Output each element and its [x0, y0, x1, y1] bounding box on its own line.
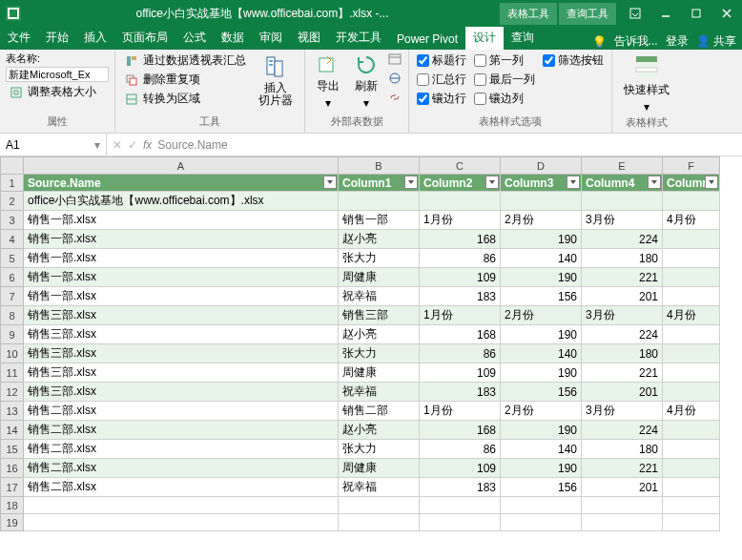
menu-视图[interactable]: 视图	[290, 26, 328, 50]
cell[interactable]	[420, 497, 501, 514]
refresh-button[interactable]: 刷新▾	[349, 52, 383, 112]
cell[interactable]: 140	[501, 440, 582, 459]
cell[interactable]	[582, 497, 663, 514]
row-header[interactable]: 8	[1, 306, 24, 325]
row-header[interactable]: 7	[1, 287, 24, 306]
filter-dropdown-icon[interactable]	[648, 176, 661, 189]
ctx-tab-table-tools[interactable]: 表格工具	[500, 3, 557, 25]
cell[interactable]: 86	[420, 249, 501, 268]
export-button[interactable]: 导出▾	[311, 52, 345, 112]
table-header[interactable]: Column2	[420, 175, 501, 192]
cell[interactable]	[663, 192, 720, 211]
share-button[interactable]: 👤 共享	[696, 33, 736, 50]
cell[interactable]: 168	[420, 325, 501, 344]
cell[interactable]	[24, 497, 339, 514]
row-header[interactable]: 15	[1, 440, 24, 459]
properties-icon[interactable]	[387, 52, 402, 67]
cell[interactable]: 224	[582, 325, 663, 344]
cell[interactable]: 190	[501, 421, 582, 440]
cell[interactable]: 86	[420, 440, 501, 459]
cell[interactable]: 4月份	[663, 306, 720, 325]
cell[interactable]: 1月份	[420, 211, 501, 230]
cell[interactable]	[339, 514, 420, 531]
maximize-button[interactable]	[681, 0, 711, 27]
cb-total-row[interactable]: 汇总行	[415, 71, 468, 89]
row-header[interactable]: 18	[1, 497, 24, 514]
table-header[interactable]: Column4	[582, 175, 663, 192]
cell[interactable]	[663, 383, 720, 402]
cell[interactable]	[501, 192, 582, 211]
menu-设计[interactable]: 设计	[465, 26, 504, 50]
cell[interactable]: 销售三部	[339, 306, 420, 325]
cell[interactable]	[663, 421, 720, 440]
filter-dropdown-icon[interactable]	[404, 176, 418, 189]
cell[interactable]: 周健康	[339, 268, 420, 287]
filter-dropdown-icon[interactable]	[485, 176, 499, 189]
cell[interactable]	[24, 514, 339, 531]
cell[interactable]: 销售三部.xlsx	[24, 344, 339, 363]
cell[interactable]: 2月份	[501, 402, 582, 421]
cell[interactable]: 156	[501, 287, 582, 306]
resize-table-button[interactable]: 调整表格大小	[6, 83, 109, 101]
cell[interactable]: 张大力	[339, 249, 420, 268]
cell[interactable]	[663, 325, 720, 344]
cell[interactable]: 销售二部.xlsx	[24, 440, 339, 459]
cell[interactable]: 销售一部.xlsx	[24, 230, 339, 249]
cb-banded-col[interactable]: 镶边列	[472, 90, 537, 108]
col-header-F[interactable]: F	[663, 157, 720, 175]
cell[interactable]: 221	[582, 459, 663, 478]
cell[interactable]: 190	[501, 363, 582, 383]
row-header[interactable]: 3	[1, 211, 24, 230]
filter-dropdown-icon[interactable]	[567, 176, 580, 189]
row-header[interactable]: 16	[1, 459, 24, 478]
cell[interactable]: 1月份	[420, 402, 501, 421]
cell[interactable]: 2月份	[501, 306, 582, 325]
menu-数据[interactable]: 数据	[214, 26, 252, 50]
cell[interactable]	[663, 497, 720, 514]
cell[interactable]	[501, 514, 582, 531]
row-header[interactable]: 1	[1, 175, 24, 192]
cell[interactable]: 1月份	[420, 306, 501, 325]
cell[interactable]: 224	[582, 421, 663, 440]
ribbon-options-button[interactable]	[620, 0, 650, 27]
row-header[interactable]: 11	[1, 363, 24, 383]
cell[interactable]: 221	[582, 268, 663, 287]
cb-filter-button[interactable]: 筛选按钮	[541, 52, 606, 70]
cell[interactable]	[339, 497, 420, 514]
cb-header-row[interactable]: 标题行	[415, 52, 468, 70]
cell[interactable]: 销售二部.xlsx	[24, 421, 339, 440]
cell[interactable]: office小白实战基地【www.officebai.com】.xlsx	[24, 192, 339, 211]
cell[interactable]	[663, 249, 720, 268]
col-header-E[interactable]: E	[582, 157, 663, 175]
cell[interactable]: 赵小亮	[339, 421, 420, 440]
cb-banded-row[interactable]: 镶边行	[415, 90, 468, 108]
cell[interactable]	[420, 514, 501, 531]
worksheet-grid[interactable]: ABCDEF1Source.NameColumn1Column2Column3C…	[0, 156, 720, 531]
cell[interactable]: 赵小亮	[339, 325, 420, 344]
cell[interactable]: 4月份	[663, 211, 720, 230]
remove-duplicates-button[interactable]: 删除重复项	[121, 71, 249, 89]
cell[interactable]	[663, 459, 720, 478]
quick-styles-button[interactable]: 快速样式▾	[618, 52, 675, 115]
cell[interactable]: 3月份	[582, 306, 663, 325]
table-header[interactable]: Column	[663, 175, 720, 192]
enter-icon[interactable]: ✓	[128, 138, 137, 152]
select-all-corner[interactable]	[1, 157, 24, 175]
menu-Power Pivot[interactable]: Power Pivot	[389, 29, 465, 50]
cell[interactable]: 183	[420, 287, 501, 306]
row-header[interactable]: 19	[1, 514, 24, 531]
cell[interactable]: 2月份	[501, 211, 582, 230]
menu-文件[interactable]: 文件	[0, 26, 38, 50]
menu-开发工具[interactable]: 开发工具	[328, 26, 389, 50]
cell[interactable]: 201	[582, 383, 663, 402]
row-header[interactable]: 9	[1, 325, 24, 344]
row-header[interactable]: 2	[1, 192, 24, 211]
cell[interactable]: 180	[582, 440, 663, 459]
open-browser-icon[interactable]	[387, 71, 402, 86]
name-box[interactable]: A1▾	[0, 134, 107, 156]
cell[interactable]: 183	[420, 383, 501, 402]
summarize-pivot-button[interactable]: 通过数据透视表汇总	[121, 52, 249, 70]
worksheet-area[interactable]: ABCDEF1Source.NameColumn1Column2Column3C…	[0, 156, 742, 531]
cell[interactable]: 224	[582, 230, 663, 249]
formula-input[interactable]	[157, 138, 736, 152]
